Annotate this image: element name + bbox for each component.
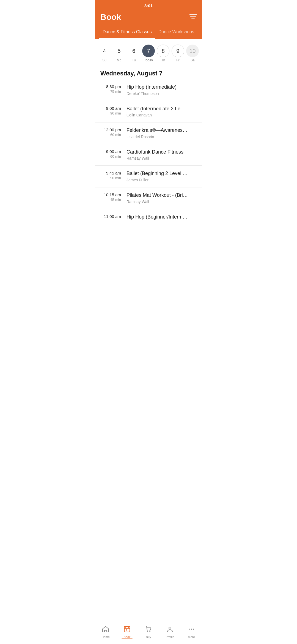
class-time-value: 10:15 am (100, 192, 121, 197)
day-label: Today (144, 58, 153, 62)
day-label: Fr (176, 58, 179, 62)
class-info: Feldenkrais®—Awarenes… Lisa del Rosario (127, 127, 197, 139)
class-instructor: Colin Canavan (127, 113, 197, 117)
calendar-row: 4 Su 5 Mo 6 Tu 7 Today 8 Th 9 Fr 10 Sa (95, 39, 202, 66)
class-time-block: 12:00 pm 60 min (100, 127, 127, 137)
date-heading: Wednesday, August 7 (95, 66, 202, 79)
class-duration: 75 min (100, 89, 121, 94)
calendar-day-8[interactable]: 8 Th (157, 45, 169, 62)
class-instructor: Ramsay Wall (127, 200, 197, 204)
class-instructor: Dereke' Thompson (127, 91, 197, 96)
list-item[interactable]: 10:15 am 45 min Pilates Mat Workout - (B… (95, 187, 202, 209)
class-name: Cardiofunk Dance Fitness (127, 149, 197, 155)
class-time-value: 9:00 am (100, 106, 121, 111)
class-instructor: James Fuller (127, 178, 197, 182)
class-name: Ballet (Intermediate 2 Le… (127, 106, 197, 112)
day-number: 5 (113, 45, 125, 57)
class-time-block: 10:15 am 45 min (100, 192, 127, 202)
class-name: Pilates Mat Workout - (Bri… (127, 192, 197, 198)
list-item[interactable]: 9:00 am 60 min Cardiofunk Dance Fitness … (95, 144, 202, 166)
class-time-block: 11:00 am (100, 214, 127, 219)
day-label: Tu (132, 58, 136, 62)
class-info: Ballet (Intermediate 2 Le… Colin Canavan (127, 106, 197, 118)
class-duration: 90 min (100, 111, 121, 115)
class-info: Cardiofunk Dance Fitness Ramsay Wall (127, 149, 197, 161)
class-time-value: 9:45 am (100, 171, 121, 175)
calendar-day-9[interactable]: 9 Fr (172, 45, 184, 62)
status-bar: 8:01 (95, 0, 202, 10)
class-duration: 60 min (100, 133, 121, 137)
page-title: Book (100, 12, 121, 22)
tab-classes[interactable]: Dance & Fitness Classes (99, 26, 155, 39)
class-time-value: 11:00 am (100, 214, 121, 219)
class-time-block: 9:45 am 90 min (100, 171, 127, 180)
day-number: 8 (157, 45, 169, 57)
list-item[interactable]: 11:00 am Hip Hop (Beginner/Interm… (95, 209, 202, 226)
calendar-day-6[interactable]: 6 Tu (128, 45, 140, 62)
class-time-value: 12:00 pm (100, 127, 121, 132)
list-item[interactable]: 12:00 pm 60 min Feldenkrais®—Awarenes… L… (95, 122, 202, 144)
class-info: Hip Hop (Intermediate) Dereke' Thompson (127, 84, 197, 96)
calendar-day-4[interactable]: 4 Su (98, 45, 111, 62)
class-name: Hip Hop (Intermediate) (127, 84, 197, 90)
class-info: Ballet (Beginning 2 Level … James Fuller (127, 171, 197, 182)
class-info: Hip Hop (Beginner/Interm… (127, 214, 197, 221)
class-time-block: 9:00 am 90 min (100, 106, 127, 115)
day-label: Sa (191, 58, 195, 62)
day-label: Su (102, 58, 106, 62)
day-number: 9 (172, 45, 184, 57)
class-info: Pilates Mat Workout - (Bri… Ramsay Wall (127, 192, 197, 204)
day-label: Th (161, 58, 165, 62)
class-duration: 60 min (100, 154, 121, 159)
day-number: 10 (186, 45, 199, 57)
filter-icon[interactable] (189, 13, 197, 21)
day-number: 7 (142, 45, 155, 57)
day-number: 6 (128, 45, 140, 57)
list-item[interactable]: 8:30 pm 75 min Hip Hop (Intermediate) De… (95, 79, 202, 101)
class-list: 8:30 pm 75 min Hip Hop (Intermediate) De… (95, 79, 202, 226)
calendar-day-10[interactable]: 10 Sa (186, 45, 199, 62)
day-number: 4 (98, 45, 111, 57)
list-item[interactable]: 9:45 am 90 min Ballet (Beginning 2 Level… (95, 166, 202, 187)
day-label: Mo (117, 58, 122, 62)
class-time-block: 9:00 am 60 min (100, 149, 127, 159)
tabs-bar: Dance & Fitness Classes Dance Workshops (95, 26, 202, 39)
class-time-value: 9:00 am (100, 149, 121, 154)
header: Book (95, 10, 202, 26)
calendar-day-7[interactable]: 7 Today (142, 45, 155, 62)
class-time-value: 8:30 pm (100, 84, 121, 89)
class-instructor: Lisa del Rosario (127, 135, 197, 139)
calendar-day-5[interactable]: 5 Mo (113, 45, 125, 62)
class-name: Feldenkrais®—Awarenes… (127, 127, 197, 133)
class-time-block: 8:30 pm 75 min (100, 84, 127, 94)
class-duration: 90 min (100, 176, 121, 180)
list-item[interactable]: 9:00 am 90 min Ballet (Intermediate 2 Le… (95, 101, 202, 123)
class-name: Hip Hop (Beginner/Interm… (127, 214, 197, 220)
class-name: Ballet (Beginning 2 Level … (127, 171, 197, 177)
status-time: 8:01 (144, 3, 153, 8)
class-duration: 45 min (100, 198, 121, 202)
tab-workshops[interactable]: Dance Workshops (155, 26, 197, 39)
class-instructor: Ramsay Wall (127, 156, 197, 160)
